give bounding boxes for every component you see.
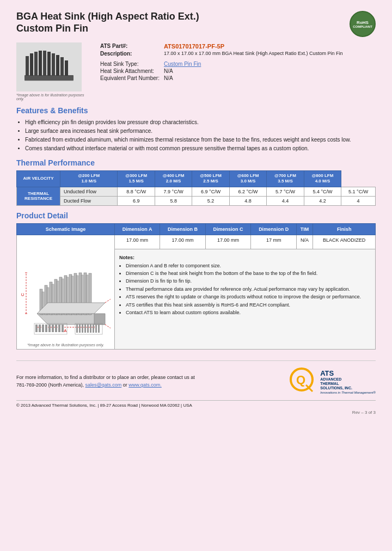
product-details: ATS Part#: ATS017017017-PF-5P Descriptio… — [98, 42, 345, 101]
dim-b-value: 17.00 mm — [160, 235, 206, 249]
image-note: *Image above is for illustration purpose… — [16, 93, 87, 101]
svg-line-45 — [105, 325, 111, 330]
col-finish: Finish — [313, 223, 376, 235]
ats-part-label: ATS Part#: — [98, 42, 162, 50]
ats-tagline: Innovations in Thermal Management® — [320, 391, 376, 394]
ats-logo-full: ADVANCEDTHERMALSOLUTIONS, INC. — [320, 377, 376, 391]
svg-text:Q: Q — [296, 373, 305, 387]
unducted-600: 5.7 °C/W — [267, 187, 304, 196]
heatsink-illustration — [19, 45, 79, 89]
notes-list: Dimension A and B refer to component siz… — [126, 262, 371, 317]
col-tim: TIM — [296, 223, 313, 235]
svg-rect-51 — [42, 325, 44, 332]
unducted-300: 7.9 °C/W — [155, 187, 192, 196]
note-item: Thermal performance data are provided fo… — [126, 285, 371, 293]
col-dim-b: Dimension B — [160, 223, 206, 235]
features-section: Features & Benefits High efficiency pin … — [16, 106, 376, 153]
ducted-300: 5.8 — [155, 196, 192, 205]
svg-rect-3 — [34, 52, 38, 76]
footer-divider — [16, 360, 376, 361]
unducted-label: Unducted Flow — [60, 187, 118, 196]
thermal-performance-section: Thermal Performance AIR VELOCITY @200 LF… — [16, 158, 376, 206]
notes-title: Notes: — [119, 254, 371, 261]
heatsink-type-value: Custom Pin Fin — [164, 61, 201, 67]
schematic-note: *Image above is for illustration purpose… — [19, 343, 113, 347]
dim-d-value: 17 mm — [251, 235, 297, 249]
svg-rect-65 — [93, 324, 94, 333]
copyright-text: © 2013 Advanced Thermal Solutions, Inc. … — [16, 403, 192, 408]
note-item: ATS reserves the right to update or chan… — [126, 293, 371, 301]
notes-cell: Notes: Dimension A and B refer to compon… — [115, 249, 376, 350]
features-list: High efficiency pin fin design provides … — [25, 118, 376, 153]
col-300lfm: @300 LFM1.5 M/S — [118, 171, 155, 187]
air-velocity-header: AIR VELOCITY — [17, 171, 60, 187]
unducted-700: 5.4 °C/W — [304, 187, 341, 196]
svg-rect-4 — [39, 51, 42, 76]
svg-rect-53 — [48, 325, 51, 332]
svg-rect-61 — [82, 324, 83, 333]
ducted-700: 4.2 — [304, 196, 341, 205]
attachment-label: Heat Sink Attachment: — [98, 68, 162, 75]
thermal-title: Thermal Performance — [16, 158, 376, 167]
rohs-badge: RoHS COMPLIANT — [350, 11, 376, 37]
thermal-resistance-label: THERMAL RESISTANCE — [17, 187, 60, 205]
contact-web-link[interactable]: www.qats.com. — [128, 382, 162, 388]
product-image — [16, 42, 82, 91]
unducted-200: 8.8 °C/W — [118, 187, 155, 196]
unducted-800: 5.1 °C/W — [341, 187, 376, 196]
note-item: Dimension D is fin tip to fin tip. — [126, 277, 371, 285]
equivalent-label: Equivalent Part Number: — [98, 75, 162, 82]
finish-value: BLACK ANODIZED — [313, 235, 376, 249]
svg-line-44 — [105, 297, 111, 303]
svg-rect-55 — [55, 325, 57, 332]
col-700lfm: @700 LFM3.5 M/S — [267, 171, 304, 187]
footer-main: For more information, to find a distribu… — [16, 368, 376, 396]
col-800lfm: @800 LFM4.0 M/S — [304, 171, 341, 187]
product-detail-table: Schematic Image Dimension A Dimension B … — [16, 223, 376, 350]
svg-rect-63 — [87, 324, 89, 333]
contact-line2: 781-769-2000 (North America), sales@qats… — [16, 382, 195, 389]
note-item: Dimension A and B refer to component siz… — [126, 262, 371, 270]
svg-rect-1 — [26, 56, 29, 76]
ats-part-value: ATS017017017-PF-5P — [164, 43, 224, 50]
ducted-800: 4 — [341, 196, 376, 205]
page: BGA Heat Sink (High Aspect Ratio Ext.) C… — [0, 0, 392, 420]
schematic-image-cell: C A B — [17, 235, 115, 349]
tim-value: N/A — [296, 235, 313, 249]
title-line1: BGA Heat Sink (High Aspect Ratio Ext.) — [16, 11, 199, 22]
dim-c-value: 17.00 mm — [205, 235, 251, 249]
svg-rect-50 — [39, 325, 41, 332]
description-label: Description: — [98, 50, 162, 57]
contact-line1: For more information, to find a distribu… — [16, 374, 195, 382]
svg-rect-5 — [43, 51, 46, 76]
description-value: 17.00 x 17.00 x 17.00 mm BGA Heat Sink (… — [162, 50, 345, 57]
col-dim-a: Dimension A — [115, 223, 160, 235]
svg-rect-54 — [52, 325, 54, 332]
note-item: Dimension C is the heat sink height from… — [126, 270, 371, 277]
product-detail-title: Product Detail — [16, 211, 376, 220]
dim-a-value: 17.00 mm — [115, 235, 160, 249]
svg-rect-49 — [35, 325, 38, 332]
svg-rect-2 — [30, 53, 33, 76]
svg-rect-66 — [95, 324, 97, 333]
svg-rect-52 — [45, 325, 47, 332]
product-title: BGA Heat Sink (High Aspect Ratio Ext.) C… — [16, 11, 199, 34]
thermal-table: AIR VELOCITY @200 LFM1.0 M/S @300 LFM1.5… — [16, 170, 376, 206]
svg-rect-8 — [56, 55, 59, 76]
svg-rect-60 — [79, 324, 81, 333]
col-dim-c: Dimension C — [205, 223, 251, 235]
title-line2: Custom Pin Fin — [16, 23, 88, 34]
col-400lfm: @400 LFM2.0 M/S — [155, 171, 192, 187]
svg-text:C: C — [21, 293, 25, 296]
page-number: Rev – 3 of 3 — [16, 410, 376, 415]
footer-copyright: © 2013 Advanced Thermal Solutions, Inc. … — [16, 400, 376, 408]
equivalent-value: N/A — [162, 75, 345, 82]
svg-marker-35 — [37, 303, 105, 314]
attachment-value: N/A — [162, 68, 345, 75]
product-detail-section: Product Detail Schematic Image Dimension… — [16, 211, 376, 350]
contact-email-link[interactable]: sales@qats.com — [85, 382, 122, 388]
unducted-500: 6.2 °C/W — [229, 187, 266, 196]
svg-marker-13 — [94, 314, 105, 325]
ats-q-logo: Q — [290, 368, 317, 395]
features-title: Features & Benefits — [16, 106, 376, 115]
